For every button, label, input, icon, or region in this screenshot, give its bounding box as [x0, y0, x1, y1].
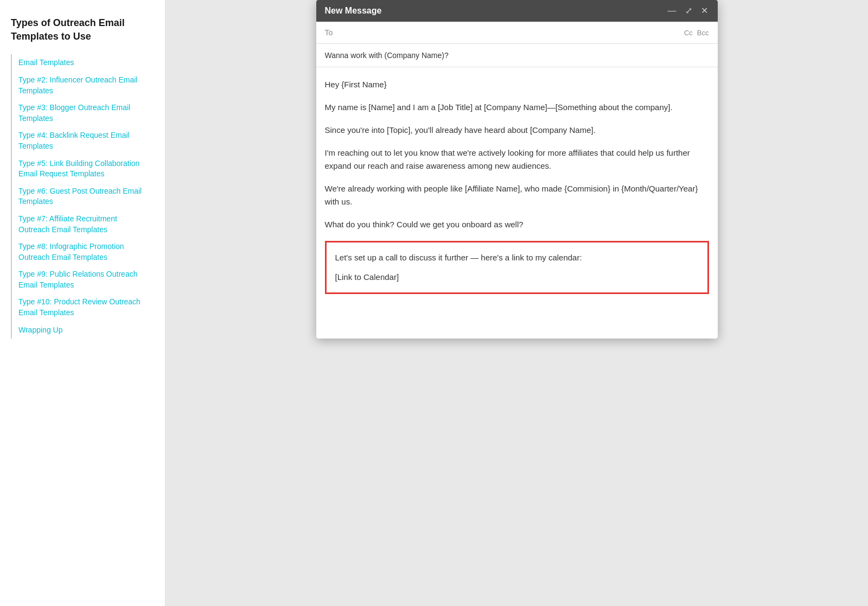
main-content: New Message — ⤢ ✕ To Cc Bcc Hey {First N…	[165, 0, 868, 606]
highlighted-paragraph: [Link to Calendar]	[335, 271, 699, 284]
sidebar-nav-item[interactable]: Email Templates	[11, 54, 154, 72]
sidebar-nav-link[interactable]: Type #6: Guest Post Outreach Email Templ…	[18, 186, 148, 207]
window-controls: — ⤢ ✕	[667, 5, 709, 16]
email-body-paragraph: Since you're into [Topic], you'll alread…	[325, 124, 709, 137]
minimize-button[interactable]: —	[667, 5, 678, 16]
email-body-paragraph: What do you think? Could we get you onbo…	[325, 218, 709, 231]
sidebar-nav-link[interactable]: Type #9: Public Relations Outreach Email…	[18, 269, 148, 290]
sidebar-nav-item[interactable]: Type #10: Product Review Outreach Email …	[11, 294, 154, 321]
cc-button[interactable]: Cc	[684, 29, 693, 37]
email-window-title: New Message	[325, 6, 382, 16]
email-body-paragraph: My name is [Name] and I am a [Job Title]…	[325, 101, 709, 114]
sidebar-nav-link[interactable]: Type #10: Product Review Outreach Email …	[18, 297, 148, 318]
highlighted-paragraph: Let's set up a call to discuss it furthe…	[335, 251, 699, 264]
email-window-header: New Message — ⤢ ✕	[316, 0, 718, 22]
close-button[interactable]: ✕	[700, 5, 709, 16]
bcc-button[interactable]: Bcc	[697, 29, 709, 37]
expand-button[interactable]: ⤢	[684, 5, 693, 16]
sidebar: Types of Outreach Email Templates to Use…	[0, 0, 165, 606]
sidebar-nav-item[interactable]: Type #9: Public Relations Outreach Email…	[11, 266, 154, 294]
sidebar-nav-item[interactable]: Type #4: Backlink Request Email Template…	[11, 127, 154, 155]
email-compose-window: New Message — ⤢ ✕ To Cc Bcc Hey {First N…	[316, 0, 718, 339]
sidebar-nav-item[interactable]: Wrapping Up	[11, 322, 154, 339]
highlighted-section: Let's set up a call to discuss it furthe…	[325, 241, 709, 294]
sidebar-nav-link[interactable]: Wrapping Up	[18, 325, 148, 336]
sidebar-nav-link[interactable]: Type #2: Influencer Outreach Email Templ…	[18, 75, 148, 96]
sidebar-nav-item[interactable]: Type #6: Guest Post Outreach Email Templ…	[11, 183, 154, 210]
sidebar-nav-item[interactable]: Type #2: Influencer Outreach Email Templ…	[11, 72, 154, 99]
sidebar-nav-link[interactable]: Type #5: Link Building Collaboration Ema…	[18, 158, 148, 180]
cc-bcc-actions: Cc Bcc	[684, 29, 709, 37]
subject-input[interactable]	[325, 51, 709, 60]
sidebar-nav-link[interactable]: Type #4: Backlink Request Email Template…	[18, 130, 148, 151]
sidebar-nav-item[interactable]: Type #3: Blogger Outreach Email Template…	[11, 99, 154, 127]
email-body-paragraph: We're already working with people like […	[325, 182, 709, 208]
sidebar-nav-link[interactable]: Type #3: Blogger Outreach Email Template…	[18, 103, 148, 124]
to-label: To	[325, 28, 347, 37]
sidebar-nav: Email TemplatesType #2: Influencer Outre…	[11, 54, 154, 339]
sidebar-title: Types of Outreach Email Templates to Use	[11, 16, 154, 43]
sidebar-nav-item[interactable]: Type #8: Infographic Promotion Outreach …	[11, 238, 154, 266]
sidebar-nav-link[interactable]: Type #7: Affiliate Recruitment Outreach …	[18, 214, 148, 235]
sidebar-nav-link[interactable]: Email Templates	[18, 58, 148, 68]
email-body[interactable]: Hey {First Name}My name is [Name] and I …	[316, 67, 718, 339]
subject-row	[316, 44, 718, 67]
sidebar-nav-item[interactable]: Type #7: Affiliate Recruitment Outreach …	[11, 210, 154, 238]
sidebar-nav-link[interactable]: Type #8: Infographic Promotion Outreach …	[18, 241, 148, 263]
to-input[interactable]	[347, 28, 684, 37]
to-field-row: To Cc Bcc	[316, 22, 718, 44]
email-body-paragraph: Hey {First Name}	[325, 78, 709, 91]
sidebar-nav-item[interactable]: Type #5: Link Building Collaboration Ema…	[11, 155, 154, 183]
email-body-paragraph: I'm reaching out to let you know that we…	[325, 146, 709, 173]
